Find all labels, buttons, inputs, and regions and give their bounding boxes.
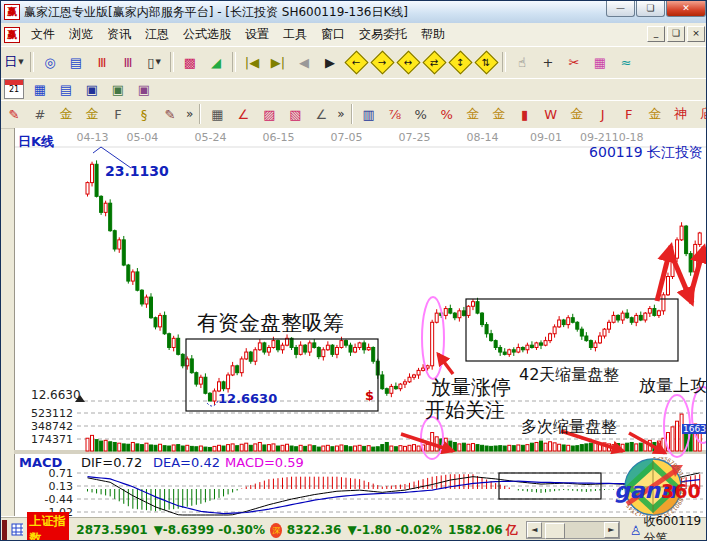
fenbi-label[interactable]: 收600119分笔 bbox=[643, 513, 707, 541]
title-bar[interactable]: 赢 赢家江恩专业版[赢家内部服务平台] - [长江投资 SH600119-136… bbox=[1, 1, 707, 24]
gold-circle-tool[interactable]: 金 bbox=[461, 102, 485, 126]
three-candles-icon[interactable]: Ⅲ bbox=[90, 50, 114, 74]
maximize-button[interactable]: ❏ bbox=[636, 1, 665, 17]
spiral-box-icon[interactable]: ▨ bbox=[257, 102, 281, 126]
sh-index-badge[interactable]: 上证指数 bbox=[27, 512, 69, 541]
compress-horizontal-icon[interactable]: ⇄ bbox=[422, 50, 446, 74]
period-day-selector[interactable]: 日▼ bbox=[2, 50, 26, 74]
expand-horizontal-icon[interactable]: ↔ bbox=[396, 50, 420, 74]
percent-retrace-tool[interactable]: ⅞ bbox=[383, 102, 407, 126]
percent-table-tool[interactable]: ▥ bbox=[357, 102, 381, 126]
overflow-chevron[interactable]: » bbox=[186, 107, 193, 121]
status-scrollbar[interactable]: ◄ ► bbox=[526, 521, 620, 539]
scroll-left-arrow[interactable]: ◄ bbox=[527, 522, 542, 538]
close-button[interactable]: ✕ bbox=[666, 1, 706, 17]
scroll-track[interactable] bbox=[542, 523, 604, 537]
nine-candles-icon[interactable]: Ⅲ bbox=[116, 50, 140, 74]
menu-item-0[interactable]: 文件 bbox=[24, 23, 62, 46]
save-export-icon[interactable]: ▣ bbox=[106, 77, 130, 101]
menu-item-7[interactable]: 窗口 bbox=[314, 23, 352, 46]
gann-square-icon[interactable]: ▦ bbox=[205, 102, 229, 126]
pattern-box-icon[interactable]: ▧ bbox=[283, 102, 307, 126]
wave-tool-icon[interactable]: ≈ bbox=[614, 50, 638, 74]
menu-item-3[interactable]: 江恩 bbox=[138, 23, 176, 46]
f-angle-tool[interactable]: F bbox=[617, 102, 641, 126]
toolbar-separator bbox=[199, 104, 201, 124]
app-window: 赢 赢家江恩专业版[赢家内部服务平台] - [长江投资 SH600119-136… bbox=[0, 0, 707, 541]
pan-right-icon[interactable]: → bbox=[370, 50, 394, 74]
volume-axis-1: 523112 bbox=[15, 407, 73, 420]
first-page-icon[interactable]: |◀ bbox=[240, 50, 264, 74]
date-tick-07-25: 07-25 bbox=[399, 131, 431, 144]
calendar-icon[interactable]: 21 bbox=[2, 77, 26, 101]
data-transfer-icon[interactable]: ▣ bbox=[132, 77, 156, 101]
price-grid-icon[interactable]: # bbox=[28, 102, 52, 126]
annotation-accumulation: 有资金盘整吸筹 bbox=[197, 309, 344, 337]
hollow-candle-icon[interactable]: ▯▼ bbox=[142, 50, 166, 74]
trend-angle-icon[interactable]: ∠ bbox=[309, 102, 333, 126]
calculator-icon[interactable]: ▦ bbox=[28, 77, 52, 101]
miao-angle-tool[interactable]: 庙 bbox=[695, 102, 707, 126]
kline-period-label: 日K线 bbox=[18, 133, 54, 151]
pattern-select-icon[interactable]: ▩ bbox=[178, 50, 202, 74]
annotate-tool-icon[interactable]: ✎ bbox=[158, 102, 182, 126]
scroll-right-arrow[interactable]: ► bbox=[604, 522, 619, 538]
expand-vertical-icon[interactable]: ↕ bbox=[448, 50, 472, 74]
percent-tool[interactable]: % bbox=[409, 102, 433, 126]
mdi-close-button[interactable]: × bbox=[687, 26, 705, 42]
menu-item-2[interactable]: 资讯 bbox=[100, 23, 138, 46]
info-panel-icon[interactable]: ▤ bbox=[64, 50, 88, 74]
hand-tool-icon[interactable]: ☝ bbox=[510, 50, 534, 74]
sz-index-change: ▼-1.80 -0.02% bbox=[347, 523, 442, 537]
shenzhen-icon[interactable]: 深 bbox=[270, 523, 282, 538]
gold2-angle-tool[interactable]: 金 bbox=[643, 102, 667, 126]
prev-bar-icon[interactable]: ◀ bbox=[292, 50, 316, 74]
date-tick-07-05: 07-05 bbox=[330, 131, 362, 144]
gold-angle-tool[interactable]: 金 bbox=[565, 102, 589, 126]
gold-circle2-tool[interactable]: 金 bbox=[487, 102, 511, 126]
report-icon[interactable]: ▤ bbox=[54, 77, 78, 101]
gold-ratio-icon[interactable]: 金 bbox=[54, 102, 78, 126]
menu-item-5[interactable]: 设置 bbox=[238, 23, 276, 46]
turnover-unit: 亿 bbox=[506, 522, 518, 539]
menu-item-4[interactable]: 公式选股 bbox=[176, 23, 238, 46]
mdi-restore-button[interactable]: ❏ bbox=[667, 26, 685, 42]
scroll-thumb[interactable] bbox=[545, 523, 565, 539]
toolbar-separator bbox=[232, 52, 236, 72]
chart-style-icon[interactable]: ◎ bbox=[38, 50, 62, 74]
cut-tool-icon[interactable]: ✂ bbox=[562, 50, 586, 74]
w-pattern-tool[interactable]: W bbox=[539, 102, 563, 126]
menu-item-1[interactable]: 浏览 bbox=[62, 23, 100, 46]
quote-grid-icon[interactable] bbox=[11, 523, 24, 537]
last-page-icon[interactable]: ▶| bbox=[266, 50, 290, 74]
gann-grid-icon[interactable]: ▦ bbox=[588, 50, 612, 74]
mdi-minimize-button[interactable]: _ bbox=[647, 26, 665, 42]
next-bar-icon[interactable]: ▶ bbox=[318, 50, 342, 74]
overflow-chevron[interactable]: » bbox=[337, 107, 344, 121]
percent-red-tool[interactable]: % bbox=[435, 102, 459, 126]
j-angle-tool[interactable]: J bbox=[591, 102, 615, 126]
price-axis-label: 12.6630 bbox=[31, 388, 81, 402]
cycle-tool-icon[interactable]: § bbox=[132, 102, 156, 126]
annotation-multi-shrink: 多次缩量盘整 bbox=[521, 417, 617, 438]
crosshair-icon[interactable]: + bbox=[536, 50, 560, 74]
shen-angle-tool[interactable]: 神 bbox=[669, 102, 693, 126]
save-icon[interactable]: ▣ bbox=[80, 77, 104, 101]
speed-fan-icon[interactable]: ∠ bbox=[231, 102, 255, 126]
date-tick-09-01: 09-01 bbox=[530, 131, 562, 144]
flag-candle-tool[interactable]: ▮ bbox=[513, 102, 537, 126]
menu-bar: 赢 文件浏览资讯江恩公式选股设置工具窗口交易委托帮助 _ ❏ × bbox=[1, 23, 707, 47]
color-volume-icon[interactable]: ◢ bbox=[204, 50, 228, 74]
pan-left-icon[interactable]: ← bbox=[344, 50, 368, 74]
gold-ratio2-icon[interactable]: 金 bbox=[80, 102, 104, 126]
minimize-button[interactable]: — bbox=[606, 1, 635, 17]
compress-vertical-icon[interactable]: ⇅ bbox=[474, 50, 498, 74]
menu-item-6[interactable]: 工具 bbox=[276, 23, 314, 46]
logo-360-text: 360 bbox=[661, 480, 701, 502]
gann360-logo: 2345678901234567890123456789012345 gann … bbox=[601, 457, 707, 516]
menu-item-9[interactable]: 帮助 bbox=[414, 23, 452, 46]
brush-tool-icon[interactable]: ✎ bbox=[2, 102, 26, 126]
toolbar-separator bbox=[30, 52, 34, 72]
menu-item-8[interactable]: 交易委托 bbox=[352, 23, 414, 46]
fibonacci-icon[interactable]: F bbox=[106, 102, 130, 126]
